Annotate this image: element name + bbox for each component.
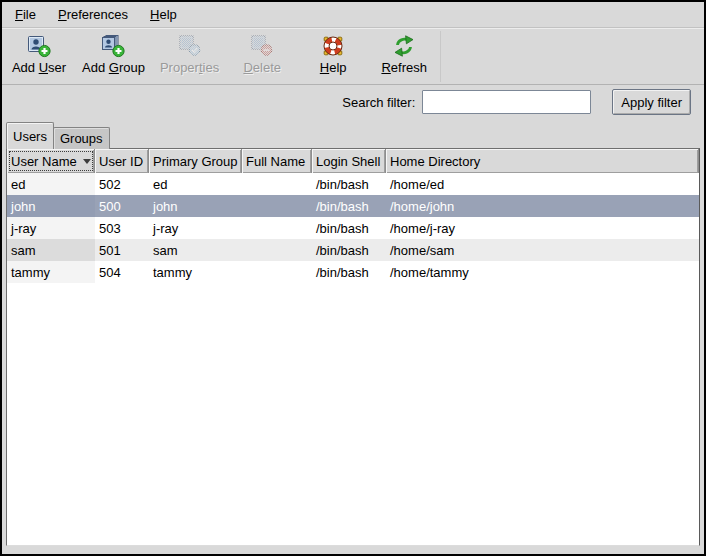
table-cell bbox=[242, 217, 312, 239]
table-cell: /home/john bbox=[386, 195, 699, 217]
column-header-primary-group[interactable]: Primary Group bbox=[149, 149, 242, 173]
search-filter-input[interactable] bbox=[422, 90, 591, 114]
table-row[interactable]: tammy 504 tammy /bin/bash /home/tammy bbox=[7, 261, 699, 283]
table-cell: ed bbox=[149, 173, 242, 195]
table-row[interactable]: john 500 john /bin/bash /home/john bbox=[7, 195, 699, 217]
column-header-user-name[interactable]: User Name bbox=[7, 149, 95, 173]
table-cell: /bin/bash bbox=[312, 239, 386, 261]
toolbar-label: Properties bbox=[160, 60, 219, 75]
toolbar-label: Refresh bbox=[381, 60, 427, 75]
table-header-row: User Name User ID Primary Group Full Nam… bbox=[7, 149, 699, 173]
menubar: File Preferences Help bbox=[2, 2, 704, 28]
toolbar-add-group-button[interactable]: Add Group bbox=[78, 33, 149, 76]
toolbar-label: Add User bbox=[12, 60, 66, 75]
menu-file[interactable]: File bbox=[4, 3, 47, 26]
table-cell: j-ray bbox=[7, 217, 95, 239]
search-filter-row: Search filter: Apply filter bbox=[2, 87, 704, 117]
toolbar-divider bbox=[440, 31, 441, 82]
toolbar-label: Help bbox=[320, 60, 347, 75]
table-row[interactable]: ed 502 ed /bin/bash /home/ed bbox=[7, 173, 699, 195]
table-cell bbox=[242, 195, 312, 217]
table-row[interactable]: sam 501 sam /bin/bash /home/sam bbox=[7, 239, 699, 261]
apply-filter-button[interactable]: Apply filter bbox=[612, 89, 691, 115]
toolbar: Add User Add Group bbox=[2, 29, 704, 85]
sort-desc-icon bbox=[83, 159, 91, 164]
table-cell: /bin/bash bbox=[312, 217, 386, 239]
table-cell bbox=[242, 173, 312, 195]
refresh-icon bbox=[392, 34, 416, 58]
table-cell: 504 bbox=[95, 261, 149, 283]
table-cell bbox=[242, 239, 312, 261]
table-cell: /bin/bash bbox=[312, 173, 386, 195]
column-header-user-id[interactable]: User ID bbox=[95, 149, 149, 173]
column-header-login-shell[interactable]: Login Shell bbox=[312, 149, 386, 173]
search-filter-label: Search filter: bbox=[342, 95, 415, 110]
tab-users[interactable]: Users bbox=[6, 122, 54, 149]
toolbar-refresh-button[interactable]: Refresh bbox=[372, 33, 436, 76]
user-manager-window: File Preferences Help Add User bbox=[0, 0, 706, 556]
table-cell: john bbox=[7, 195, 95, 217]
table-cell: john bbox=[149, 195, 242, 217]
menu-help[interactable]: Help bbox=[139, 3, 188, 26]
toolbar-add-user-button[interactable]: Add User bbox=[7, 33, 71, 76]
table-body: ed 502 ed /bin/bash /home/ed john 500 jo… bbox=[7, 173, 699, 283]
table-cell: sam bbox=[7, 239, 95, 261]
group-plus-icon bbox=[101, 34, 125, 58]
table-cell: /home/ed bbox=[386, 173, 699, 195]
table-cell: 502 bbox=[95, 173, 149, 195]
table-cell: /bin/bash bbox=[312, 195, 386, 217]
table-row[interactable]: j-ray 503 j-ray /bin/bash /home/j-ray bbox=[7, 217, 699, 239]
table-cell: tammy bbox=[7, 261, 95, 283]
table-cell: sam bbox=[149, 239, 242, 261]
table-cell: /home/j-ray bbox=[386, 217, 699, 239]
table-cell: 501 bbox=[95, 239, 149, 261]
table-cell: 503 bbox=[95, 217, 149, 239]
toolbar-label: Delete bbox=[243, 60, 281, 75]
table-cell: /home/tammy bbox=[386, 261, 699, 283]
table-cell: 500 bbox=[95, 195, 149, 217]
table-cell: /bin/bash bbox=[312, 261, 386, 283]
delete-icon bbox=[250, 34, 274, 58]
tab-groups[interactable]: Groups bbox=[53, 127, 110, 149]
table-cell: ed bbox=[7, 173, 95, 195]
column-header-full-name[interactable]: Full Name bbox=[242, 149, 312, 173]
table-cell bbox=[242, 261, 312, 283]
toolbar-help-button[interactable]: Help bbox=[301, 33, 365, 76]
tab-bar: Users Groups bbox=[6, 122, 110, 149]
user-plus-icon bbox=[27, 34, 51, 58]
column-header-home-directory[interactable]: Home Directory bbox=[386, 149, 699, 173]
table-cell: j-ray bbox=[149, 217, 242, 239]
table-cell: /home/sam bbox=[386, 239, 699, 261]
table-cell: tammy bbox=[149, 261, 242, 283]
menu-preferences[interactable]: Preferences bbox=[47, 3, 139, 26]
toolbar-delete-button: Delete bbox=[230, 33, 294, 76]
lifebuoy-icon bbox=[321, 34, 345, 58]
toolbar-properties-button: Properties bbox=[156, 33, 223, 76]
properties-icon bbox=[178, 34, 202, 58]
users-table: User Name User ID Primary Group Full Nam… bbox=[6, 148, 700, 546]
toolbar-label: Add Group bbox=[82, 60, 145, 75]
